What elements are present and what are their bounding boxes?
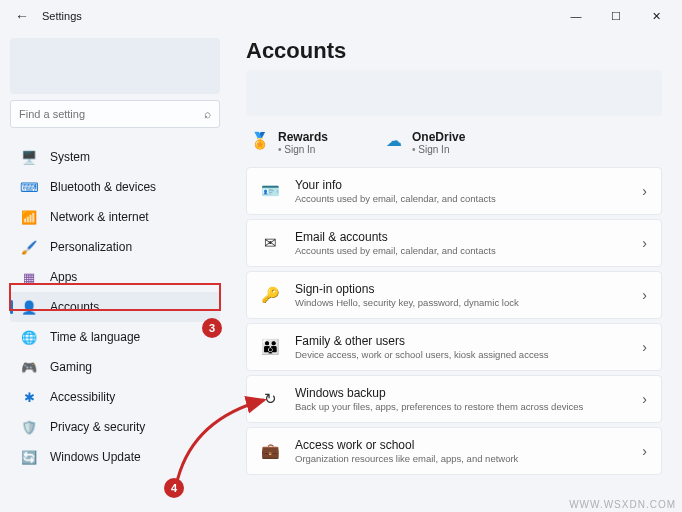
card-desc: Accounts used by email, calendar, and co…: [295, 245, 642, 256]
card-work-school[interactable]: 💼 Access work or school Organization res…: [246, 427, 662, 475]
window-title: Settings: [42, 10, 82, 22]
sidebar-item-windows-update[interactable]: 🔄Windows Update: [10, 442, 220, 472]
close-icon: ✕: [652, 10, 661, 23]
maximize-icon: ☐: [611, 10, 621, 23]
page-title: Accounts: [246, 38, 662, 64]
card-desc: Organization resources like email, apps,…: [295, 453, 642, 464]
chevron-right-icon: ›: [642, 287, 647, 303]
accessibility-icon: ✱: [20, 388, 38, 406]
rewards-icon: 🏅: [250, 132, 270, 148]
chevron-right-icon: ›: [642, 183, 647, 199]
sidebar-item-label: Network & internet: [50, 210, 149, 224]
sidebar-item-label: Bluetooth & devices: [50, 180, 156, 194]
card-desc: Back up your files, apps, preferences to…: [295, 401, 642, 412]
search-box[interactable]: ⌕: [10, 100, 220, 128]
top-links: 🏅 Rewards Sign In ☁ OneDrive Sign In: [246, 126, 662, 167]
sidebar-item-label: System: [50, 150, 90, 164]
system-icon: 🖥️: [20, 148, 38, 166]
card-title: Windows backup: [295, 386, 642, 400]
sidebar-item-label: Personalization: [50, 240, 132, 254]
onedrive-icon: ☁: [384, 132, 404, 148]
card-signin-options[interactable]: 🔑 Sign-in options Windows Hello, securit…: [246, 271, 662, 319]
sidebar-item-bluetooth[interactable]: ⌨Bluetooth & devices: [10, 172, 220, 202]
chevron-right-icon: ›: [642, 443, 647, 459]
accounts-icon: 👤: [20, 298, 38, 316]
onedrive-label: OneDrive: [412, 130, 465, 144]
card-family-users[interactable]: 👪 Family & other users Device access, wo…: [246, 323, 662, 371]
sidebar-item-gaming[interactable]: 🎮Gaming: [10, 352, 220, 382]
sidebar-item-label: Gaming: [50, 360, 92, 374]
email-icon: ✉: [259, 232, 281, 254]
minimize-button[interactable]: —: [556, 2, 596, 30]
card-desc: Accounts used by email, calendar, and co…: [295, 193, 642, 204]
back-button[interactable]: ←: [6, 0, 38, 32]
account-hero[interactable]: [246, 70, 662, 116]
briefcase-icon: 💼: [259, 440, 281, 462]
card-desc: Windows Hello, security key, password, d…: [295, 297, 642, 308]
bluetooth-icon: ⌨: [20, 178, 38, 196]
close-button[interactable]: ✕: [636, 2, 676, 30]
maximize-button[interactable]: ☐: [596, 2, 636, 30]
sidebar-item-accounts[interactable]: 👤Accounts: [10, 292, 220, 322]
sidebar-item-label: Privacy & security: [50, 420, 145, 434]
key-icon: 🔑: [259, 284, 281, 306]
search-icon: ⌕: [204, 107, 211, 121]
sidebar-item-label: Accounts: [50, 300, 99, 314]
card-title: Access work or school: [295, 438, 642, 452]
gaming-icon: 🎮: [20, 358, 38, 376]
window-controls: — ☐ ✕: [556, 2, 676, 30]
windows-update-icon: 🔄: [20, 448, 38, 466]
rewards-signin[interactable]: Sign In: [278, 144, 328, 155]
chevron-right-icon: ›: [642, 339, 647, 355]
card-windows-backup[interactable]: ↻ Windows backup Back up your files, app…: [246, 375, 662, 423]
personalization-icon: 🖌️: [20, 238, 38, 256]
onedrive-signin[interactable]: Sign In: [412, 144, 465, 155]
card-title: Email & accounts: [295, 230, 642, 244]
search-input[interactable]: [19, 108, 204, 120]
sidebar-item-personalization[interactable]: 🖌️Personalization: [10, 232, 220, 262]
card-email-accounts[interactable]: ✉ Email & accounts Accounts used by emai…: [246, 219, 662, 267]
main-panel: Accounts 🏅 Rewards Sign In ☁ OneDrive Si…: [228, 32, 682, 512]
chevron-right-icon: ›: [642, 391, 647, 407]
sidebar-item-system[interactable]: 🖥️System: [10, 142, 220, 172]
card-title: Sign-in options: [295, 282, 642, 296]
profile-block[interactable]: [10, 38, 220, 94]
sidebar: ⌕ 🖥️System ⌨Bluetooth & devices 📶Network…: [0, 32, 228, 512]
sidebar-nav: 🖥️System ⌨Bluetooth & devices 📶Network &…: [10, 142, 220, 472]
sidebar-item-network[interactable]: 📶Network & internet: [10, 202, 220, 232]
privacy-icon: 🛡️: [20, 418, 38, 436]
sidebar-item-label: Time & language: [50, 330, 140, 344]
backup-icon: ↻: [259, 388, 281, 410]
annotation-badge-4: 4: [164, 478, 184, 498]
back-arrow-icon: ←: [15, 8, 29, 24]
sidebar-item-accessibility[interactable]: ✱Accessibility: [10, 382, 220, 412]
sidebar-item-apps[interactable]: ▦Apps: [10, 262, 220, 292]
rewards-link[interactable]: 🏅 Rewards Sign In: [250, 130, 328, 155]
sidebar-item-privacy[interactable]: 🛡️Privacy & security: [10, 412, 220, 442]
card-title: Family & other users: [295, 334, 642, 348]
time-language-icon: 🌐: [20, 328, 38, 346]
titlebar: ← Settings — ☐ ✕: [0, 0, 682, 32]
chevron-right-icon: ›: [642, 235, 647, 251]
sidebar-item-label: Windows Update: [50, 450, 141, 464]
network-icon: 📶: [20, 208, 38, 226]
watermark: WWW.WSXDN.COM: [569, 499, 676, 510]
card-desc: Device access, work or school users, kio…: [295, 349, 642, 360]
rewards-label: Rewards: [278, 130, 328, 144]
card-your-info[interactable]: 🪪 Your info Accounts used by email, cale…: [246, 167, 662, 215]
annotation-badge-3: 3: [202, 318, 222, 338]
minimize-icon: —: [571, 10, 582, 22]
sidebar-item-label: Apps: [50, 270, 77, 284]
card-title: Your info: [295, 178, 642, 192]
your-info-icon: 🪪: [259, 180, 281, 202]
sidebar-item-label: Accessibility: [50, 390, 115, 404]
apps-icon: ▦: [20, 268, 38, 286]
onedrive-link[interactable]: ☁ OneDrive Sign In: [384, 130, 465, 155]
family-icon: 👪: [259, 336, 281, 358]
sidebar-item-time-language[interactable]: 🌐Time & language: [10, 322, 220, 352]
